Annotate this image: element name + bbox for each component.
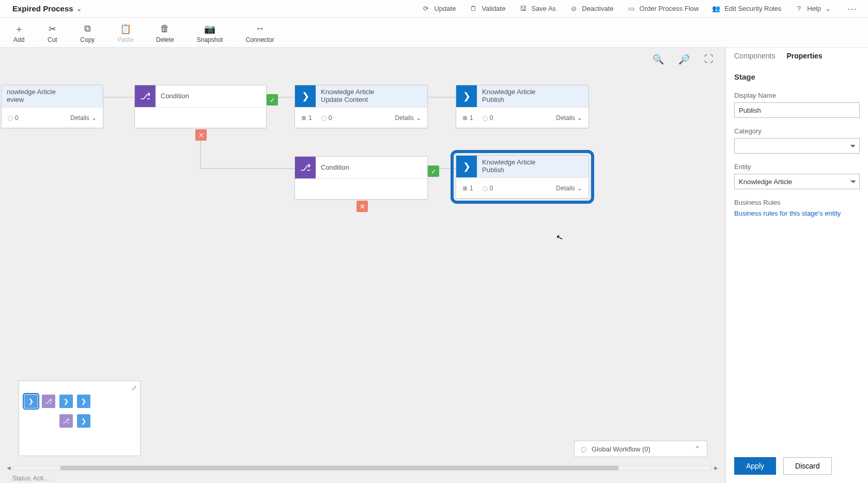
zoom-out-icon[interactable]: 🔎 [678, 54, 690, 65]
trigger-count: ◌ 0 [483, 114, 493, 122]
chevron-up-icon: ⌃ [694, 445, 701, 453]
copy-icon: ⧉ [82, 24, 92, 34]
global-workflow-bar[interactable]: ◌ Global Workflow (0) ⌃ [574, 441, 707, 457]
paste-label: Paste [117, 36, 133, 43]
tab-components[interactable]: Components [734, 52, 775, 63]
process-title-text: Expired Process [12, 4, 73, 13]
category-label: Category [734, 127, 860, 135]
panel-tabs: Components Properties [734, 52, 860, 63]
scroll-thumb[interactable] [60, 466, 618, 470]
condition-node-2[interactable]: ⎇Condition [295, 156, 428, 200]
step-count: ≣ 1 [301, 114, 312, 122]
display-name-label: Display Name [734, 92, 860, 99]
deactivate-label: Deactivate [582, 5, 613, 12]
deactivate-command[interactable]: ⊘Deactivate [569, 5, 613, 13]
command-bar: ⟳Update 🗒Validate 🖫Save As ⊘Deactivate ▭… [422, 3, 861, 14]
discard-button[interactable]: Discard [783, 457, 831, 475]
help-icon: ? [795, 5, 803, 13]
scroll-track[interactable] [13, 465, 711, 471]
apply-button[interactable]: Apply [734, 457, 776, 475]
validate-command[interactable]: 🗒Validate [469, 5, 505, 13]
minimap[interactable]: ⤢ ❯ ⎇ ❯ ❯ ⎇ ❯ [19, 381, 141, 456]
stage-icon: ❯ [295, 85, 316, 107]
minimap-expand-icon[interactable]: ⤢ [131, 384, 137, 392]
stage-icon: ❯ [456, 85, 477, 107]
details-toggle[interactable]: Details ⌄ [556, 185, 582, 192]
title-bar: Expired Process ⌄ ⟳Update 🗒Validate 🖫Sav… [0, 0, 868, 18]
main-layout: 🔍 🔎 ⛶ nowledge Article eview ◌ 0 [0, 48, 868, 483]
condition-true-icon: ✓ [428, 165, 439, 177]
people-icon: 👥 [712, 5, 720, 13]
business-rules-link[interactable]: Business rules for this stage's entity [734, 209, 860, 217]
condition-title: Condition [321, 164, 422, 172]
zoom-in-icon[interactable]: 🔍 [653, 54, 664, 65]
branch-icon: ⎇ [295, 157, 316, 178]
stage-review-node[interactable]: nowledge Article eview ◌ 0 Details ⌄ [1, 85, 103, 128]
details-toggle[interactable]: Details ⌄ [395, 114, 421, 122]
chevron-down-icon: ⌄ [825, 5, 831, 12]
details-toggle[interactable]: Details ⌄ [70, 114, 97, 122]
stage-title-line2: eview [7, 96, 98, 104]
minimap-stage-icon: ❯ [59, 395, 73, 408]
plus-icon: ＋ [14, 24, 24, 34]
entity-select[interactable]: Knowledge Article [734, 174, 860, 189]
edit-security-command[interactable]: 👥Edit Security Roles [712, 5, 781, 13]
camera-icon: 📷 [205, 24, 215, 34]
stage-title-line2: Publish [482, 167, 583, 174]
condition-false-icon: ✕ [195, 129, 207, 141]
workflow-icon: ◌ [581, 445, 586, 453]
cut-button[interactable]: ✂Cut [44, 23, 60, 44]
snapshot-button[interactable]: 📷Snapshot [194, 23, 226, 44]
fit-screen-icon[interactable]: ⛶ [704, 54, 714, 65]
help-command[interactable]: ?Help⌄ [795, 5, 831, 13]
update-command[interactable]: ⟳Update [422, 5, 456, 13]
validate-label: Validate [482, 5, 505, 12]
minimap-condition-icon: ⎇ [42, 395, 55, 408]
more-commands[interactable]: ⋯ [844, 3, 861, 14]
display-name-input[interactable] [734, 102, 860, 118]
entity-label: Entity [734, 163, 860, 171]
trigger-count: ◌ 0 [321, 114, 332, 122]
paste-button: 📋Paste [114, 23, 136, 44]
stage-publish-node-1[interactable]: ❯ Knowledge Article Publish ≣ 1 ◌ 0 Deta… [456, 85, 589, 128]
cut-label: Cut [48, 36, 57, 43]
condition-node-1[interactable]: ⎇Condition [134, 85, 267, 128]
scroll-left-icon[interactable]: ◄ [5, 464, 12, 472]
save-as-command[interactable]: 🖫Save As [519, 5, 556, 13]
condition-true-icon: ✓ [267, 94, 278, 105]
clipboard-icon: 🗒 [469, 5, 477, 13]
paste-icon: 📋 [120, 24, 131, 34]
copy-button[interactable]: ⧉Copy [77, 23, 98, 44]
process-canvas[interactable]: 🔍 🔎 ⛶ nowledge Article eview ◌ 0 [0, 48, 725, 483]
details-toggle[interactable]: Details ⌄ [556, 114, 582, 122]
help-label: Help [807, 5, 821, 12]
save-icon: 🖫 [519, 5, 527, 13]
order-label: Order Process Flow [640, 5, 699, 12]
horizontal-scrollbar[interactable]: ◄ ► [5, 464, 720, 472]
update-label: Update [434, 5, 456, 12]
scroll-right-icon[interactable]: ► [712, 464, 720, 472]
stage-publish-node-2-selected[interactable]: ❯ Knowledge Article Publish ≣ 1 ◌ 0 Deta… [456, 155, 589, 199]
tab-properties[interactable]: Properties [786, 52, 822, 63]
order-process-command[interactable]: ▭Order Process Flow [627, 5, 699, 13]
delete-label: Delete [156, 36, 174, 43]
condition-title: Condition [161, 93, 261, 100]
minimap-stage-icon: ❯ [77, 395, 90, 408]
stage-title-line2: Update Content [321, 96, 422, 104]
process-title[interactable]: Expired Process ⌄ [12, 4, 82, 13]
connector-button[interactable]: ↔Connector [242, 23, 277, 44]
category-select[interactable] [734, 138, 860, 154]
stage-update-content-node[interactable]: ❯ Knowledge Article Update Content ≣ 1 ◌… [295, 85, 428, 128]
trash-icon: 🗑 [160, 24, 170, 34]
stage-title-line1: Knowledge Article [482, 88, 583, 96]
panel-action-buttons: Apply Discard [734, 447, 860, 475]
scissors-icon: ✂ [47, 24, 57, 34]
save-as-label: Save As [531, 5, 556, 12]
stage-title-line1: Knowledge Article [321, 88, 422, 96]
delete-button[interactable]: 🗑Delete [153, 23, 177, 44]
global-workflow-label: Global Workflow (0) [592, 445, 650, 453]
refresh-icon: ⟳ [422, 5, 430, 13]
snapshot-label: Snapshot [197, 36, 223, 43]
add-button[interactable]: ＋Add [10, 23, 27, 44]
stage-title-line1: Knowledge Article [482, 159, 583, 167]
